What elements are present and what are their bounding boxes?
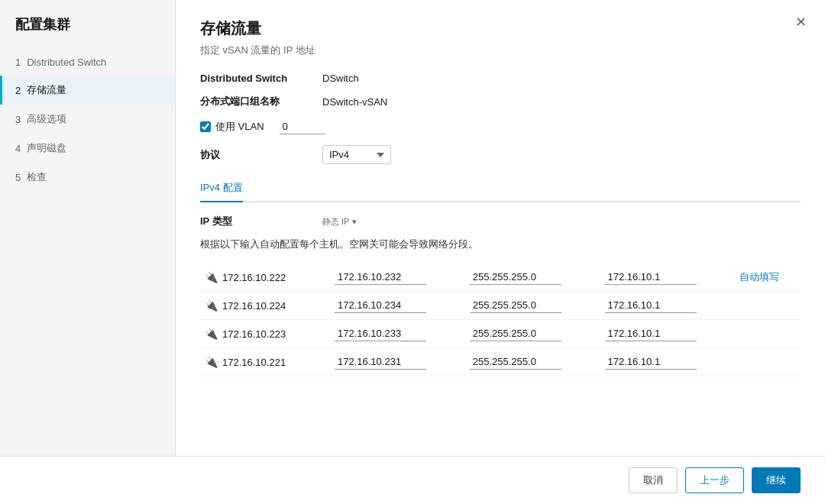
gateway-cell-1[interactable]	[600, 292, 736, 320]
distributed-switch-row: Distributed Switch DSwitch	[200, 73, 801, 84]
use-vlan-checkbox[interactable]	[200, 121, 211, 132]
sidebar-item-label-4: 声明磁盘	[27, 141, 66, 155]
vm-ip-input-1[interactable]	[335, 298, 426, 313]
vm-ip-input-3[interactable]	[335, 354, 426, 370]
sidebar-item-storage-traffic[interactable]: 2 存储流量	[0, 76, 175, 105]
sidebar-item-label-2: 存储流量	[27, 83, 66, 97]
dialog-footer: 取消 上一步 继续	[0, 456, 825, 504]
table-row: 🔌 172.16.10.222 自动填写	[200, 263, 801, 292]
use-vlan-row: 使用 VLAN	[200, 119, 801, 134]
gateway-input-2[interactable]	[605, 326, 697, 341]
ip-table: 🔌 172.16.10.222 自动填写 🔌 172.16.10.224 🔌 1…	[200, 263, 801, 376]
sidebar-item-disk[interactable]: 4 声明磁盘	[0, 134, 175, 163]
main-title: 存储流量	[200, 18, 801, 39]
sidebar: 配置集群 1 Distributed Switch 2 存储流量 3 高级选项 …	[0, 0, 176, 456]
host-cell-0: 🔌 172.16.10.222	[200, 263, 330, 292]
gateway-input-3[interactable]	[605, 354, 697, 370]
vm-ip-cell-0[interactable]	[330, 263, 465, 292]
port-group-value: DSwitch-vSAN	[322, 96, 387, 108]
port-group-label: 分布式端口组名称	[200, 95, 322, 108]
subnet-cell-3[interactable]	[465, 348, 600, 376]
subnet-cell-1[interactable]	[465, 292, 600, 320]
use-vlan-label[interactable]: 使用 VLAN	[200, 120, 264, 134]
ip-type-select[interactable]: 静态 IP ▾	[322, 216, 357, 228]
sidebar-item-label-3: 高级选项	[27, 112, 66, 126]
sidebar-item-number-1: 1	[15, 57, 21, 68]
sidebar-item-review[interactable]: 5 检查	[0, 163, 175, 192]
sidebar-title: 配置集群	[0, 15, 175, 49]
subnet-input-3[interactable]	[470, 354, 561, 370]
vm-ip-cell-2[interactable]	[330, 320, 465, 348]
vm-ip-input-2[interactable]	[335, 326, 426, 341]
dialog-body: 配置集群 1 Distributed Switch 2 存储流量 3 高级选项 …	[0, 0, 825, 456]
host-ip-3: 172.16.10.221	[222, 357, 286, 368]
host-icon-2: 🔌	[205, 328, 218, 340]
ip-type-label: IP 类型	[200, 215, 322, 228]
sidebar-item-number-3: 3	[15, 114, 21, 125]
ip-type-value: 静态 IP	[322, 216, 349, 228]
sidebar-item-number-4: 4	[15, 143, 21, 154]
host-ip-1: 172.16.10.224	[222, 300, 286, 312]
subnet-cell-0[interactable]	[465, 263, 600, 292]
sidebar-item-number-5: 5	[15, 172, 21, 183]
protocol-row: 协议 IPv4 IPv6	[200, 145, 801, 164]
next-button[interactable]: 继续	[752, 467, 801, 493]
note-text: 根据以下输入自动配置每个主机。空网关可能会导致网络分段。	[200, 237, 801, 251]
gateway-cell-3[interactable]	[600, 348, 736, 376]
subnet-input-0[interactable]	[470, 270, 561, 285]
table-row: 🔌 172.16.10.224	[200, 292, 801, 320]
host-icon-0: 🔌	[205, 271, 218, 283]
gateway-cell-0[interactable]	[600, 263, 736, 292]
autofill-cell-1	[735, 292, 801, 320]
ip-type-row: IP 类型 静态 IP ▾	[200, 215, 801, 228]
gateway-cell-2[interactable]	[600, 320, 736, 348]
host-icon-3: 🔌	[205, 356, 218, 368]
host-cell-1: 🔌 172.16.10.224	[200, 292, 330, 320]
back-button[interactable]: 上一步	[685, 467, 744, 493]
protocol-label: 协议	[200, 148, 322, 162]
distributed-switch-label: Distributed Switch	[200, 73, 322, 84]
cancel-button[interactable]: 取消	[629, 467, 678, 493]
vm-ip-cell-3[interactable]	[330, 348, 465, 376]
dialog: 配置集群 1 Distributed Switch 2 存储流量 3 高级选项 …	[0, 0, 825, 504]
host-cell-3: 🔌 172.16.10.221	[200, 348, 330, 376]
host-ip-0: 172.16.10.222	[222, 272, 286, 283]
host-ip-2: 172.16.10.223	[222, 328, 286, 340]
vm-ip-cell-1[interactable]	[330, 292, 465, 320]
sidebar-item-label-5: 检查	[27, 170, 47, 184]
main-subtitle: 指定 vSAN 流量的 IP 地址	[200, 44, 801, 57]
ip-type-chevron-icon: ▾	[352, 217, 357, 227]
close-button[interactable]: ✕	[795, 15, 807, 29]
vlan-input[interactable]	[280, 119, 325, 134]
auto-fill-link[interactable]: 自动填写	[739, 271, 779, 283]
host-icon-1: 🔌	[205, 299, 218, 312]
distributed-switch-value: DSwitch	[322, 73, 359, 84]
gateway-input-0[interactable]	[605, 270, 697, 285]
sidebar-item-number-2: 2	[15, 85, 21, 96]
use-vlan-text: 使用 VLAN	[215, 120, 264, 134]
sidebar-item-distributed-switch[interactable]: 1 Distributed Switch	[0, 49, 175, 76]
host-cell-2: 🔌 172.16.10.223	[200, 320, 330, 348]
autofill-cell-0: 自动填写	[735, 263, 801, 292]
sidebar-item-advanced[interactable]: 3 高级选项	[0, 105, 175, 134]
main-content: ✕ 存储流量 指定 vSAN 流量的 IP 地址 Distributed Swi…	[176, 0, 825, 456]
autofill-cell-3	[735, 348, 801, 376]
table-row: 🔌 172.16.10.221	[200, 348, 801, 376]
autofill-cell-2	[735, 320, 801, 348]
table-row: 🔌 172.16.10.223	[200, 320, 801, 348]
subnet-input-1[interactable]	[470, 298, 561, 313]
sidebar-item-label-1: Distributed Switch	[27, 57, 106, 68]
port-group-row: 分布式端口组名称 DSwitch-vSAN	[200, 95, 801, 108]
gateway-input-1[interactable]	[605, 298, 697, 313]
protocol-select[interactable]: IPv4 IPv6	[322, 145, 391, 164]
tabs-container: IPv4 配置	[200, 175, 801, 202]
subnet-input-2[interactable]	[470, 326, 561, 341]
vm-ip-input-0[interactable]	[335, 270, 426, 285]
subnet-cell-2[interactable]	[465, 320, 600, 348]
tab-ipv4[interactable]: IPv4 配置	[200, 175, 243, 202]
